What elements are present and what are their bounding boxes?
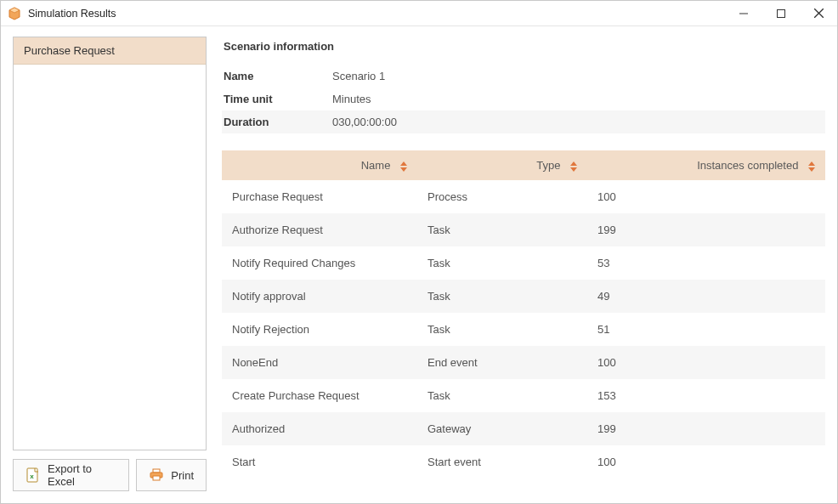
cell-type: End event <box>417 346 587 379</box>
window-root: Simulation Results Purchase Request <box>0 0 838 504</box>
cell-name: Authorized <box>222 412 417 445</box>
cell-instances: 100 <box>587 180 825 213</box>
sort-icon <box>570 161 577 172</box>
cell-name: Purchase Request <box>222 180 417 213</box>
info-duration-label: Duration <box>222 110 324 133</box>
cell-name: Notify Rejection <box>222 313 417 346</box>
table-row: AuthorizedGateway199 <box>222 412 825 445</box>
cell-type: Task <box>417 246 587 280</box>
print-button[interactable]: Print <box>136 459 207 491</box>
table-row: Authorize RequestTask199 <box>222 213 825 246</box>
column-header-instances-label: Instances completed <box>697 159 798 172</box>
cell-name: NoneEnd <box>222 346 417 379</box>
table-row: Notify Required ChangesTask53 <box>222 246 825 280</box>
left-column: Purchase Request x Export to Excel <box>13 37 207 491</box>
close-button[interactable] <box>800 1 837 26</box>
cell-type: Task <box>417 313 587 346</box>
cell-name: Start <box>222 445 417 479</box>
cell-instances: 49 <box>587 280 825 313</box>
svg-text:x: x <box>30 473 34 480</box>
column-header-name-label: Name <box>361 159 391 172</box>
printer-icon <box>149 467 164 483</box>
content-area: Purchase Request x Export to Excel <box>1 26 837 503</box>
table-row: Notify approvalTask49 <box>222 280 825 313</box>
print-label: Print <box>171 469 194 482</box>
cell-name: Notify approval <box>222 280 417 313</box>
scenario-info: Name Scenario 1 Time unit Minutes Durati… <box>222 65 825 133</box>
table-row: Notify RejectionTask51 <box>222 313 825 346</box>
cell-instances: 199 <box>587 213 825 246</box>
info-time-label: Time unit <box>222 88 324 110</box>
table-row: StartStart event100 <box>222 445 825 479</box>
cell-name: Authorize Request <box>222 213 417 246</box>
table-row: NoneEndEnd event100 <box>222 346 825 379</box>
info-duration-value: 030,00:00:00 <box>324 110 825 133</box>
cell-type: Task <box>417 213 587 246</box>
cell-instances: 100 <box>587 346 825 379</box>
table-body: Purchase RequestProcess100 Authorize Req… <box>222 180 825 479</box>
export-to-excel-button[interactable]: x Export to Excel <box>13 459 129 491</box>
window-title: Simulation Results <box>28 8 116 20</box>
svg-rect-3 <box>778 9 785 17</box>
column-header-instances[interactable]: Instances completed <box>587 150 825 180</box>
sidebar: Purchase Request <box>13 37 207 450</box>
main-column: Scenario information Name Scenario 1 Tim… <box>222 37 825 491</box>
cell-name: Create Purchase Request <box>222 379 417 412</box>
cell-instances: 53 <box>587 246 825 280</box>
svg-rect-10 <box>153 476 160 480</box>
export-label: Export to Excel <box>48 462 116 488</box>
cell-type: Task <box>417 379 587 412</box>
table-header-row: Name Type Instances completed <box>222 150 825 180</box>
cell-name: Notify Required Changes <box>222 246 417 280</box>
action-row: x Export to Excel Print <box>13 459 207 491</box>
table-row: Purchase RequestProcess100 <box>222 180 825 213</box>
info-name-value: Scenario 1 <box>324 65 825 88</box>
section-title: Scenario information <box>222 37 825 58</box>
excel-icon: x <box>25 467 41 483</box>
cell-type: Gateway <box>417 412 587 445</box>
cell-instances: 100 <box>587 445 825 479</box>
cell-instances: 153 <box>587 379 825 412</box>
sort-icon <box>400 161 407 172</box>
cell-instances: 51 <box>587 313 825 346</box>
info-name-label: Name <box>222 65 324 88</box>
titlebar: Simulation Results <box>1 1 837 26</box>
app-icon <box>8 7 21 20</box>
sidebar-item-purchase-request[interactable]: Purchase Request <box>14 37 206 65</box>
minimize-button[interactable] <box>725 1 762 26</box>
table-row: Create Purchase RequestTask153 <box>222 379 825 412</box>
info-time-value: Minutes <box>324 88 825 110</box>
column-header-name[interactable]: Name <box>222 150 417 180</box>
results-table: Name Type Instances completed <box>222 150 825 479</box>
cell-type: Start event <box>417 445 587 479</box>
svg-rect-8 <box>153 469 160 473</box>
column-header-type[interactable]: Type <box>417 150 587 180</box>
cell-type: Task <box>417 280 587 313</box>
cell-instances: 199 <box>587 412 825 445</box>
column-header-type-label: Type <box>536 159 560 172</box>
maximize-button[interactable] <box>762 1 800 26</box>
cell-type: Process <box>417 180 587 213</box>
sort-icon <box>808 161 815 172</box>
